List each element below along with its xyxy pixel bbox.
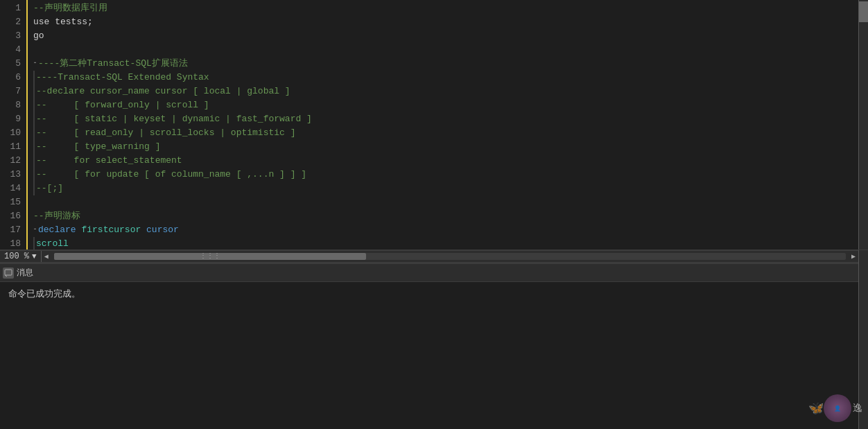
- indent-bar-9: [33, 112, 35, 126]
- code-line-5: ⁃ ----第二种Transact-SQL扩展语法: [33, 57, 868, 71]
- line-num-11: 11: [6, 140, 21, 154]
- watermark: 🦋 👤 逸: [799, 387, 868, 429]
- line-num-7: 7: [6, 85, 21, 98]
- scroll-right-arrow[interactable]: ▶: [849, 252, 858, 261]
- watermark-avatar: 👤: [824, 394, 851, 422]
- code-line-12: -- for select_statement: [33, 154, 868, 168]
- line-num-3: 3: [6, 29, 21, 43]
- code-line-3: go: [33, 29, 868, 43]
- code-text-3: go: [33, 29, 44, 43]
- editor-vertical-scrollbar[interactable]: [858, 0, 868, 249]
- code-line-15: [33, 195, 868, 209]
- code-line-4: [33, 43, 868, 57]
- code-line-16: --声明游标: [33, 209, 868, 223]
- code-line-17: ⁃ declare firstcursor cursor: [33, 223, 868, 237]
- code-text-5: ----第二种Transact-SQL扩展语法: [38, 57, 188, 71]
- indent-bar-11: [33, 140, 35, 154]
- line-numbers: 1 2 3 4 5 6 7 8 9 10 11 12 13 14 15 16 1…: [0, 0, 28, 249]
- line-num-15: 15: [6, 195, 21, 209]
- code-line-1: --声明数据库引用: [33, 1, 868, 15]
- svg-rect-0: [5, 270, 12, 275]
- messages-content: 命令已成功完成。: [0, 282, 868, 429]
- code-text-9: -- [ static | keyset | dynamic | fast_fo…: [36, 112, 312, 126]
- code-line-2: use testss;: [33, 15, 868, 29]
- line-num-18: 18: [6, 237, 21, 250]
- messages-tab-icon: [3, 268, 14, 279]
- scroll-left-arrow[interactable]: ◀: [42, 252, 51, 261]
- code-line-8: -- [ forward_only | scroll ]: [33, 98, 868, 112]
- line-num-17: 17: [6, 223, 21, 237]
- zoom-control[interactable]: 100 % ▼: [0, 251, 42, 262]
- bottom-right-corner: [858, 250, 868, 263]
- avatar-img: 👤: [834, 405, 841, 412]
- zoom-dropdown-icon[interactable]: ▼: [32, 252, 37, 261]
- code-text-17-declare: declare: [38, 223, 81, 237]
- code-line-9: -- [ static | keyset | dynamic | fast_fo…: [33, 112, 868, 126]
- butterfly-icon: 🦋: [808, 401, 824, 416]
- code-text-4: [33, 43, 39, 57]
- fold-icon-5[interactable]: ⁃: [33, 57, 37, 71]
- code-text-15: [33, 195, 39, 209]
- code-text-12: -- for select_statement: [36, 154, 182, 168]
- code-text-17-cursor: cursor: [146, 223, 179, 237]
- line-num-6: 6: [6, 71, 21, 85]
- line-num-16: 16: [6, 209, 21, 223]
- indent-bar-7: [33, 85, 35, 98]
- line-num-12: 12: [6, 154, 21, 168]
- line-num-14: 14: [6, 182, 21, 195]
- line-num-8: 8: [6, 98, 21, 112]
- zoom-label: 100 %: [4, 252, 29, 261]
- code-line-14: --[;]: [33, 182, 868, 195]
- code-text-2: use testss;: [33, 15, 93, 29]
- messages-tabs: 消息: [0, 264, 868, 282]
- code-text-16: --声明游标: [33, 209, 80, 223]
- editor-container: 1 2 3 4 5 6 7 8 9 10 11 12 13 14 15 16 1…: [0, 0, 868, 429]
- line-num-5: 5: [6, 57, 21, 71]
- code-line-13: -- [ for update [ of column_name [ ,...n…: [33, 168, 868, 182]
- code-line-6: ----Transact-SQL Extended Syntax: [33, 71, 868, 85]
- line-num-13: 13: [6, 168, 21, 182]
- indent-bar-12: [33, 154, 35, 168]
- horizontal-scrollbar-track[interactable]: ⋮⋮⋮: [54, 253, 846, 260]
- code-line-7: --declare cursor_name cursor [ local | g…: [33, 85, 868, 98]
- indent-bar-8: [33, 98, 35, 112]
- fold-icon-17[interactable]: ⁃: [33, 223, 37, 237]
- horizontal-scrollbar-area: 100 % ▼ ◀ ⋮⋮⋮ ▶: [0, 250, 868, 263]
- line-num-10: 10: [6, 126, 21, 140]
- messages-text: 命令已成功完成。: [8, 288, 80, 299]
- line-num-2: 2: [6, 15, 21, 29]
- messages-panel: 消息 命令已成功完成。: [0, 263, 868, 429]
- code-text-18: scroll: [36, 237, 69, 249]
- indent-bar-18: [33, 237, 35, 249]
- code-text-6: ----Transact-SQL Extended Syntax: [36, 71, 209, 85]
- code-text-17-name: firstcursor: [81, 223, 146, 237]
- code-text-7: --declare cursor_name cursor [ local | g…: [36, 85, 290, 98]
- indent-bar-13: [33, 168, 35, 182]
- code-line-18: scroll: [33, 237, 868, 249]
- line-num-4: 4: [6, 43, 21, 57]
- code-text-14: --[;]: [36, 182, 63, 195]
- horizontal-scrollbar-thumb[interactable]: ⋮⋮⋮: [54, 253, 366, 260]
- line-num-1: 1: [6, 1, 21, 15]
- messages-tab-label[interactable]: 消息: [17, 267, 33, 279]
- code-area: 1 2 3 4 5 6 7 8 9 10 11 12 13 14 15 16 1…: [0, 0, 868, 250]
- indent-bar-6: [33, 71, 35, 85]
- code-line-10: -- [ read_only | scroll_locks | optimist…: [33, 126, 868, 140]
- editor-scrollbar-thumb[interactable]: [859, 1, 868, 22]
- message-icon-svg: [4, 269, 12, 277]
- code-content[interactable]: --声明数据库引用 use testss; go ⁃ ----第二种Transa…: [28, 0, 868, 249]
- watermark-char: 逸: [853, 402, 862, 414]
- line-num-9: 9: [6, 112, 21, 126]
- code-text-13: -- [ for update [ of column_name [ ,...n…: [36, 168, 306, 182]
- code-text-8: -- [ forward_only | scroll ]: [36, 98, 209, 112]
- scroll-handle-text: ⋮⋮⋮: [54, 253, 366, 260]
- indent-bar-14: [33, 182, 35, 195]
- code-line-11: -- [ type_warning ]: [33, 140, 868, 154]
- code-text-10: -- [ read_only | scroll_locks | optimist…: [36, 126, 295, 140]
- indent-bar-10: [33, 126, 35, 140]
- code-text-1: --声明数据库引用: [33, 1, 107, 15]
- code-text-11: -- [ type_warning ]: [36, 140, 160, 154]
